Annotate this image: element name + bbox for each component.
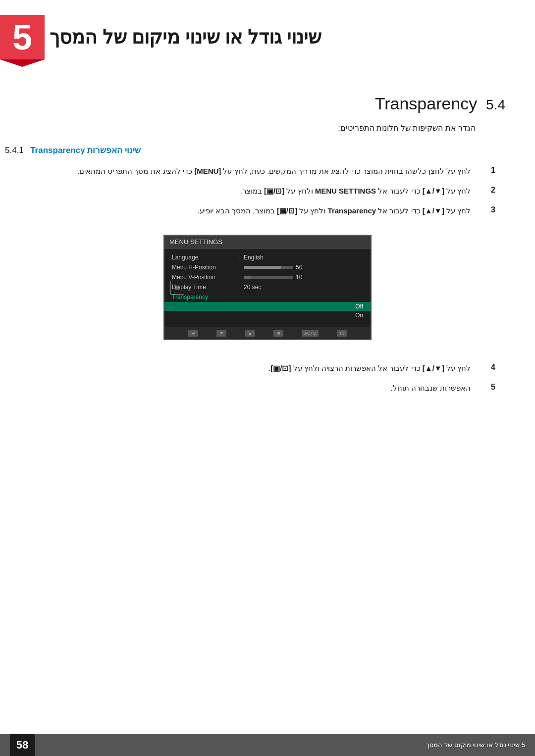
page-footer: 5 שינוי גודל או שינוי מיקום של המסך 58 <box>0 734 535 756</box>
btn-select: ■ <box>273 330 283 337</box>
subsection-heading: שינוי האפשרות Transparency 5.4.1 <box>0 145 535 155</box>
menu-buttons-bar: ◄ ▼ ▲ ■ AUTO ⏻ <box>164 327 371 339</box>
chapter-title: שינוי גודל או שינוי מיקום של המסך <box>50 26 321 48</box>
step-5-number: 5 <box>476 382 495 392</box>
step-1: 1 לחץ על לחצן כלשהו בחזית המוצר כדי להצי… <box>40 165 495 177</box>
menu-value-h-position: 50 <box>244 264 302 271</box>
step-3-text: לחץ על [▼/▲] כדי לעבור אל Transparency ו… <box>40 205 471 217</box>
chapter-number: 5 <box>12 19 32 55</box>
step-5-text: האפשרות שנבחרה תוחל. <box>40 382 471 394</box>
menu-label-language: Language <box>172 254 236 261</box>
chapter-number-box: 5 <box>0 15 45 59</box>
step-4-text: לחץ על [▼/▲] כדי לעבור אל האפשרות הרצויה… <box>40 362 471 374</box>
btn-up: ▲ <box>245 330 255 337</box>
menu-row-transparency: Transparency : <box>164 292 371 302</box>
dropdown-option-off: Off <box>164 302 371 311</box>
step-1-text: לחץ על לחצן כלשהו בחזית המוצר כדי להציג … <box>40 165 471 177</box>
step-2: 2 לחץ על [▼/▲] כדי לעבור אל MENU SETTING… <box>40 185 495 197</box>
menu-label-h-position: Menu H-Position <box>172 264 236 271</box>
menu-value-display-time: 20 sec <box>244 284 261 291</box>
transparency-dropdown: Off On <box>164 302 371 320</box>
step-4: 4 לחץ על [▼/▲] כדי לעבור אל האפשרות הרצו… <box>40 362 495 374</box>
menu-label-v-position: Menu V-Position <box>172 274 236 281</box>
v-position-fill <box>244 276 251 279</box>
menu-value-language: English <box>244 254 263 261</box>
section-number: 5.4 <box>486 97 505 112</box>
menu-screenshot-wrapper: ⊕ MENU SETTINGS Language : English Menu … <box>40 225 495 350</box>
steps-container: 1 לחץ על לחצן כלשהו בחזית המוצר כדי להצי… <box>0 165 535 394</box>
subsection-number: 5.4.1 <box>5 146 24 155</box>
btn-down: ▼ <box>216 330 226 337</box>
subsection-title: שינוי האפשרות Transparency <box>30 145 141 155</box>
menu-body: Language : English Menu H-Position : 50 <box>164 249 371 327</box>
menu-row-v-position: Menu V-Position : 10 <box>164 272 371 282</box>
footer-page-number: 58 <box>10 734 35 756</box>
menu-row-language: Language : English <box>164 252 371 262</box>
step-3-number: 3 <box>476 205 495 214</box>
btn-left: ◄ <box>188 330 198 337</box>
h-position-num: 50 <box>296 264 302 271</box>
dropdown-option-on: On <box>164 311 371 320</box>
btn-power: ⏻ <box>337 330 347 337</box>
h-position-fill <box>244 266 281 269</box>
footer-text: 5 שינוי גודל או שינוי מיקום של המסך <box>426 741 525 749</box>
v-position-num: 10 <box>296 274 302 281</box>
menu-title-bar: MENU SETTINGS <box>164 236 371 249</box>
section-heading: Transparency 5.4 <box>0 94 535 113</box>
step-2-number: 2 <box>476 185 495 195</box>
step-4-number: 4 <box>476 362 495 372</box>
v-position-bar <box>244 276 293 279</box>
h-position-bar <box>244 266 293 269</box>
menu-row-h-position: Menu H-Position : 50 <box>164 262 371 272</box>
section-title: Transparency <box>375 94 478 113</box>
description-text: הגדר את השקיפות של חלונות התפריטים: <box>338 124 476 132</box>
step-2-text: לחץ על [▼/▲] כדי לעבור אל MENU SETTINGS … <box>40 185 471 197</box>
menu-value-v-position: 10 <box>244 274 302 281</box>
btn-auto: AUTO <box>302 330 319 337</box>
step-5: 5 האפשרות שנבחרה תוחל. <box>40 382 495 394</box>
step-3: 3 לחץ על [▼/▲] כדי לעבור אל Transparency… <box>40 205 495 217</box>
step-1-number: 1 <box>476 165 495 175</box>
chapter-header: שינוי גודל או שינוי מיקום של המסך 5 <box>0 0 535 69</box>
menu-screenshot: ⊕ MENU SETTINGS Language : English Menu … <box>163 235 372 340</box>
menu-label-transparency: Transparency <box>172 294 236 301</box>
menu-row-display-time: Display Time : 20 sec <box>164 282 371 292</box>
description-block: הגדר את השקיפות של חלונות התפריטים: <box>0 123 535 133</box>
